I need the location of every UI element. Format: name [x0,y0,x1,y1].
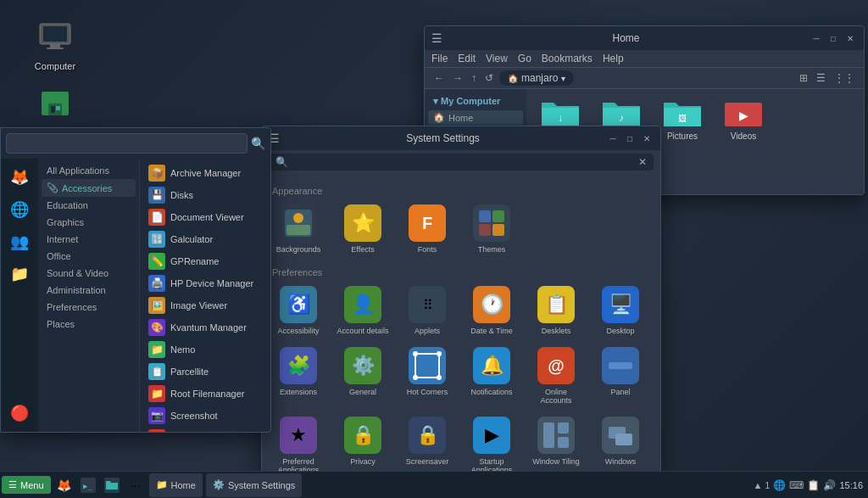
settings-extensions[interactable]: 🧩 Extensions [269,344,328,408]
app-screenshot[interactable]: 📷 Screenshot [143,405,267,427]
category-administration[interactable]: Administration [42,282,136,299]
app-hp-device-manager[interactable]: 🖨️ HP Device Manager [143,272,267,294]
desktop-icon-computer[interactable]: Computer [21,17,89,71]
app-document-viewer[interactable]: 📄 Document Viewer [143,206,267,228]
settings-window-tiling[interactable]: Window Tiling [526,413,586,478]
settings-hot-corners[interactable]: Hot Corners [398,344,457,408]
category-graphics[interactable]: Graphics [42,214,136,231]
category-internet[interactable]: Internet [42,231,136,248]
app-user-guide[interactable]: 📕 User Guide [143,427,267,432]
app-nemo[interactable]: 📁 Nemo [143,339,267,361]
menu-go[interactable]: Go [518,53,531,64]
list-toggle[interactable]: ☰ [814,71,828,85]
svg-rect-36 [615,434,632,445]
app-menu-search-input[interactable] [6,133,248,154]
kvantum-label: Kvantum Manager [170,322,247,333]
sidebar-power[interactable]: 🔴 [4,398,35,428]
settings-screensaver[interactable]: 🔒 Screensaver [398,413,457,478]
menu-bookmarks[interactable]: Bookmarks [542,53,593,64]
taskbar-terminal[interactable]: ▶_ [78,475,98,495]
view-toggle[interactable]: ⊞ [797,71,810,85]
panel-icon [602,347,639,384]
settings-close[interactable]: ✕ [640,131,654,145]
settings-datetime[interactable]: 🕐 Date & Time [462,283,521,339]
keyboard-icon[interactable]: ⌨ [789,479,804,491]
accessibility-label: Accessibility [277,327,319,335]
up-btn[interactable]: ↑ [469,71,479,85]
taskbar-dots[interactable]: ··· [125,475,146,495]
menu-button[interactable]: ☰ Menu [2,476,51,494]
taskbar-files[interactable] [102,475,122,495]
category-all[interactable]: All Applications [42,162,136,179]
screensaver-icon: 🔒 [409,417,446,454]
app-kvantum[interactable]: 🎨 Kvantum Manager [143,316,267,339]
file-videos[interactable]: ▶ Videos [716,96,771,179]
volume-icon[interactable]: 🔊 [823,479,836,491]
app-gprename[interactable]: ✏️ GPRename [143,250,267,272]
settings-account-details[interactable]: 👤 Account details [333,283,392,339]
settings-maximize[interactable]: □ [623,131,637,145]
app-image-viewer[interactable]: 🖼️ Image Viewer [143,294,267,316]
category-accessories[interactable]: 📎 Accessories [42,179,136,197]
app-parcellite[interactable]: 📋 Parcellite [143,361,267,383]
menu-view[interactable]: View [486,53,508,64]
fonts-icon: F [409,204,446,242]
settings-minimize[interactable]: ─ [606,131,620,145]
category-education[interactable]: Education [42,197,136,214]
taskbar-firefox[interactable]: 🦊 [54,475,75,495]
online-accounts-label: Online Accounts [530,388,582,405]
taskbar-file-manager-task[interactable]: 📁 Home [149,473,203,497]
settings-general[interactable]: ⚙️ General [333,344,392,408]
backgrounds-icon [280,204,317,242]
clipboard-icon[interactable]: 📋 [807,479,820,491]
settings-windows[interactable]: Windows [591,413,650,478]
path-bar[interactable]: 🏠 manjaro ▾ [499,70,574,86]
settings-applets[interactable]: ⠿ Applets [398,283,457,339]
refresh-btn[interactable]: ↺ [482,71,496,85]
sidebar-home[interactable]: 🏠Home [428,110,523,125]
settings-search-input[interactable] [288,156,638,168]
category-preferences[interactable]: Preferences [42,299,136,316]
settings-privacy[interactable]: 🔒 Privacy [333,413,392,478]
menu-help[interactable]: Help [603,53,624,64]
category-sound-video[interactable]: Sound & Video [42,265,136,282]
sidebar-users[interactable]: 👥 [4,227,35,257]
sidebar-files[interactable]: 📁 [4,259,35,289]
menu-edit[interactable]: Edit [458,53,476,64]
back-btn[interactable]: ← [431,71,447,85]
file-manager-maximize[interactable]: □ [826,31,840,45]
search-clear[interactable]: ✕ [638,156,647,168]
settings-online-accounts[interactable]: @ Online Accounts [526,344,586,408]
app-disks[interactable]: 💾 Disks [143,184,267,206]
file-pictures[interactable]: 🖼 Pictures [655,96,709,179]
settings-accessibility[interactable]: ♿ Accessibility [269,283,328,339]
file-manager-close[interactable]: ✕ [843,31,857,45]
settings-desktop[interactable]: 🖥️ Desktop [591,283,650,339]
svg-rect-6 [51,106,55,113]
settings-startup[interactable]: ▶ Startup Applications [462,413,521,478]
sidebar-firefox[interactable]: 🦊 [4,162,35,193]
taskbar-settings-task[interactable]: ⚙️ System Settings [206,473,302,497]
more-btn[interactable]: ⋮⋮ [832,71,857,85]
forward-btn[interactable]: → [450,71,465,85]
sidebar-browser[interactable]: 🌐 [4,194,35,225]
app-menu-search-icon[interactable]: 🔍 [251,137,265,150]
settings-preferred-apps[interactable]: ★ Preferred Applications [269,413,328,478]
settings-backgrounds[interactable]: Backgrounds [269,201,328,257]
settings-panel[interactable]: Panel [591,344,650,408]
app-root-filemanager[interactable]: 📁 Root Filemanager [143,383,267,405]
menu-file[interactable]: File [431,53,448,64]
settings-desklets[interactable]: 📋 Desklets [526,283,586,339]
settings-themes[interactable]: Themes [462,201,521,257]
general-label: General [349,388,376,396]
category-office[interactable]: Office [42,248,136,265]
category-places[interactable]: Places [42,316,136,333]
network-icon[interactable]: 🌐 [773,479,786,491]
app-archive-manager[interactable]: 📦 Archive Manager [143,162,267,184]
app-galculator[interactable]: 🔢 Galculator [143,228,267,250]
settings-effects[interactable]: ⭐ Effects [333,201,392,257]
settings-notifications[interactable]: 🔔 Notifications [462,344,521,408]
file-manager-minimize[interactable]: ─ [810,31,823,45]
svg-text:▶: ▶ [739,109,748,122]
settings-fonts[interactable]: F Fonts [398,201,457,257]
